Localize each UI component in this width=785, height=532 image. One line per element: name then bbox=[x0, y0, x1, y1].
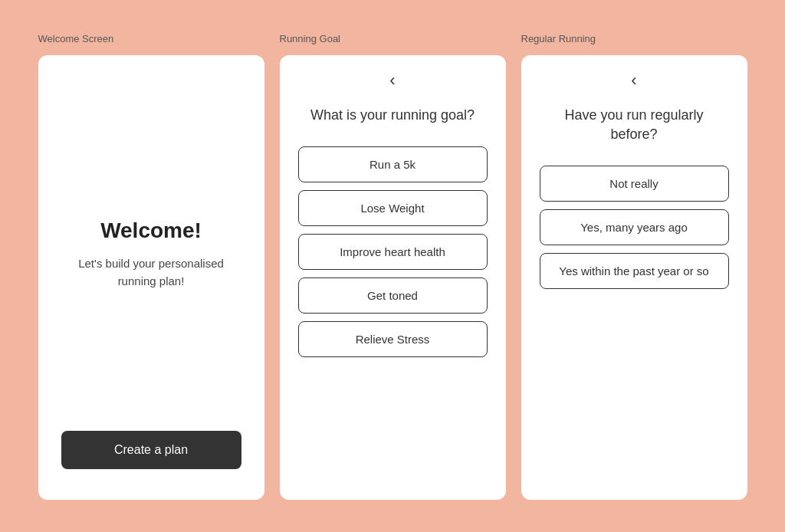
running-goal-screen-card: ‹ What is your running goal? Run a 5k Lo… bbox=[280, 55, 506, 500]
option-run-5k[interactable]: Run a 5k bbox=[298, 146, 488, 182]
welcome-title: Welcome! bbox=[100, 218, 202, 243]
regular-running-screen-label: Regular Running bbox=[521, 33, 596, 44]
regular-running-options-list: Not really Yes, many years ago Yes withi… bbox=[540, 166, 729, 289]
welcome-screen-label: Welcome Screen bbox=[38, 33, 114, 44]
regular-running-question: Have you run regularly before? bbox=[540, 106, 729, 144]
option-relieve-stress[interactable]: Relieve Stress bbox=[298, 321, 488, 357]
option-many-years-ago[interactable]: Yes, many years ago bbox=[540, 209, 729, 245]
option-get-toned[interactable]: Get toned bbox=[298, 277, 488, 314]
running-goal-screen-wrapper: Running Goal ‹ What is your running goal… bbox=[280, 33, 506, 500]
option-not-really[interactable]: Not really bbox=[540, 166, 729, 202]
screens-container: Welcome Screen Welcome! Let's build your… bbox=[15, 33, 770, 500]
running-goal-options-list: Run a 5k Lose Weight Improve heart healt… bbox=[298, 146, 488, 357]
regular-running-back-button[interactable]: ‹ bbox=[540, 71, 729, 90]
running-goal-back-button[interactable]: ‹ bbox=[298, 71, 488, 90]
welcome-subtitle: Let's build your personalised running pl… bbox=[61, 255, 241, 290]
welcome-screen-wrapper: Welcome Screen Welcome! Let's build your… bbox=[38, 33, 264, 500]
running-goal-screen-label: Running Goal bbox=[280, 33, 341, 44]
welcome-content: Welcome! Let's build your personalised r… bbox=[61, 86, 241, 423]
option-heart-health[interactable]: Improve heart health bbox=[298, 234, 488, 270]
welcome-screen-card: Welcome! Let's build your personalised r… bbox=[38, 55, 264, 500]
running-goal-question: What is your running goal? bbox=[298, 106, 488, 125]
option-past-year[interactable]: Yes within the past year or so bbox=[540, 253, 729, 289]
regular-running-screen-card: ‹ Have you run regularly before? Not rea… bbox=[521, 55, 747, 500]
create-plan-button[interactable]: Create a plan bbox=[61, 431, 241, 469]
option-lose-weight[interactable]: Lose Weight bbox=[298, 190, 488, 226]
regular-running-screen-wrapper: Regular Running ‹ Have you run regularly… bbox=[521, 33, 747, 500]
